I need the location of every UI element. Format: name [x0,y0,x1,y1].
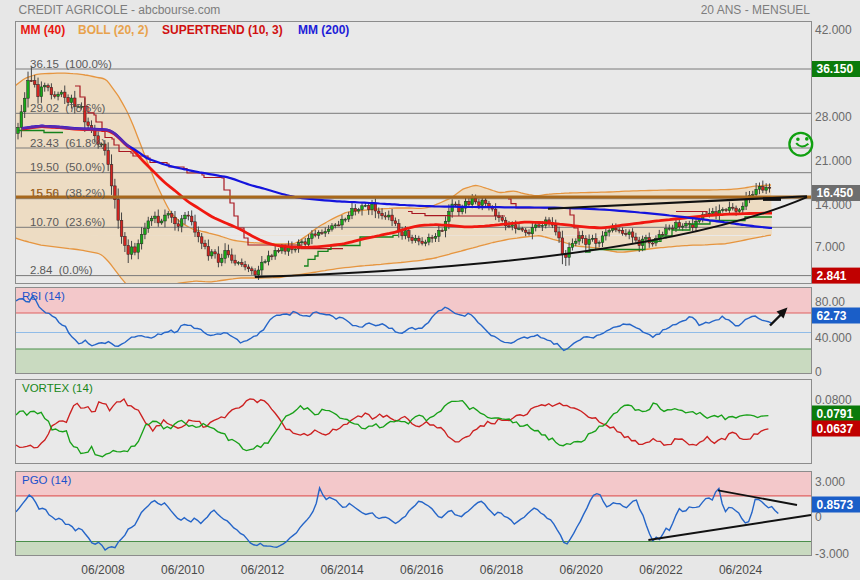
svg-text:7.000: 7.000 [815,240,845,254]
svg-text:3.000: 3.000 [815,475,845,489]
svg-text:06/2022: 06/2022 [639,563,683,577]
svg-text:06/2008: 06/2008 [81,563,125,577]
svg-text:2.841: 2.841 [817,269,847,283]
svg-text:29.02 (78.6%): 29.02 (78.6%) [30,102,106,114]
svg-text:10.70 (23.6%): 10.70 (23.6%) [30,216,106,228]
svg-text:BOLL (20, 2): BOLL (20, 2) [78,23,148,37]
svg-text:PGO (14): PGO (14) [22,474,71,486]
svg-text:36.15 (100.0%): 36.15 (100.0%) [30,58,112,70]
svg-text:2.84 (0.0%): 2.84 (0.0%) [30,264,93,276]
svg-text:06/2010: 06/2010 [161,563,205,577]
svg-text:MM (200): MM (200) [298,23,349,37]
svg-text:0: 0 [815,365,822,379]
svg-text:0.0800: 0.0800 [815,393,852,407]
svg-text:06/2014: 06/2014 [320,563,364,577]
svg-text:MM (40): MM (40) [21,23,66,37]
svg-text:62.73: 62.73 [817,309,847,323]
svg-text:15.50: 15.50 [30,187,59,199]
svg-text:-3.000: -3.000 [815,547,849,561]
svg-text:19.50 (50.0%): 19.50 (50.0%) [30,161,106,173]
svg-text:VORTEX (14): VORTEX (14) [22,382,93,394]
svg-text:06/2018: 06/2018 [480,563,524,577]
svg-text:28.000: 28.000 [815,110,852,124]
svg-text:42.000: 42.000 [815,23,852,37]
svg-text:06/2016: 06/2016 [400,563,444,577]
svg-text:0.0791: 0.0791 [817,407,854,421]
svg-text:20 ANS - MENSUEL: 20 ANS - MENSUEL [701,3,811,17]
svg-text:RSI (14): RSI (14) [22,290,65,302]
svg-text:80.00: 80.00 [815,295,845,309]
svg-text:06/2024: 06/2024 [719,563,763,577]
svg-text:06/2020: 06/2020 [560,563,604,577]
svg-text:CREDIT AGRICOLE - abcbourse.co: CREDIT AGRICOLE - abcbourse.com [19,3,221,17]
svg-text:40.000: 40.000 [815,331,852,345]
svg-text:16.450: 16.450 [817,186,854,200]
svg-text:06/2012: 06/2012 [241,563,285,577]
svg-text:23.43 (61.8%): 23.43 (61.8%) [30,137,106,149]
svg-text:21.000: 21.000 [815,154,852,168]
svg-text:0.8573: 0.8573 [817,498,854,512]
svg-text:36.150: 36.150 [817,62,854,76]
svg-text:0.0637: 0.0637 [817,422,854,436]
svg-text:SUPERTREND (10, 3): SUPERTREND (10, 3) [162,23,283,37]
